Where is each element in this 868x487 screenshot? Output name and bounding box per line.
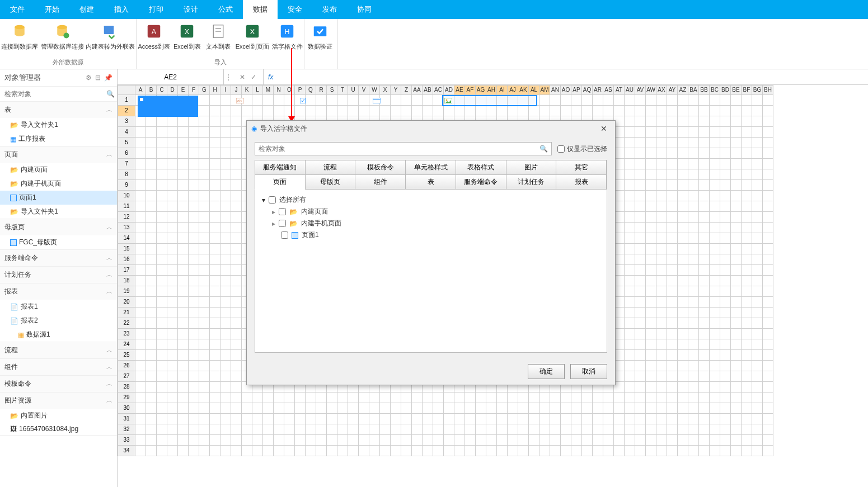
- cell[interactable]: [167, 223, 178, 233]
- cell[interactable]: [752, 350, 763, 361]
- cell[interactable]: [688, 393, 699, 403]
- cell[interactable]: [327, 424, 337, 435]
- cell[interactable]: [699, 424, 710, 435]
- cell[interactable]: [646, 435, 656, 446]
- cell[interactable]: [667, 339, 678, 350]
- cell[interactable]: [625, 116, 635, 127]
- cell[interactable]: [465, 403, 476, 414]
- cell[interactable]: [220, 212, 231, 223]
- cell[interactable]: [720, 382, 731, 393]
- cell[interactable]: [391, 403, 401, 414]
- cell[interactable]: [274, 403, 284, 414]
- cell[interactable]: [518, 393, 529, 403]
- cell[interactable]: [582, 95, 593, 106]
- cell[interactable]: [667, 233, 678, 244]
- cell[interactable]: [146, 159, 157, 169]
- cell[interactable]: [742, 265, 752, 276]
- cell[interactable]: [401, 106, 412, 116]
- cell[interactable]: [178, 148, 189, 159]
- cell[interactable]: [731, 127, 742, 138]
- cell[interactable]: [731, 393, 742, 403]
- cell[interactable]: [699, 116, 710, 127]
- cell[interactable]: [486, 435, 497, 446]
- cell[interactable]: [646, 201, 656, 212]
- cell[interactable]: [135, 138, 146, 148]
- cell[interactable]: [667, 106, 678, 116]
- cell[interactable]: [157, 159, 167, 169]
- cell[interactable]: [189, 371, 199, 382]
- cell[interactable]: [635, 233, 646, 244]
- cell[interactable]: [678, 233, 688, 244]
- cell[interactable]: [444, 446, 454, 456]
- cell[interactable]: [199, 308, 210, 318]
- row-header-13[interactable]: 13: [118, 223, 135, 233]
- tree-collapse-icon[interactable]: ▾: [262, 196, 265, 204]
- cell[interactable]: [731, 95, 742, 106]
- cell[interactable]: [167, 403, 178, 414]
- cell[interactable]: [210, 297, 220, 308]
- col-header-AC[interactable]: AC: [433, 85, 444, 95]
- col-header-AY[interactable]: AY: [667, 85, 678, 95]
- cell[interactable]: [614, 95, 625, 106]
- cell[interactable]: [210, 414, 220, 424]
- cell[interactable]: [220, 265, 231, 276]
- cell[interactable]: [210, 254, 220, 265]
- cell[interactable]: [710, 254, 720, 265]
- row-header-15[interactable]: 15: [118, 244, 135, 254]
- cell[interactable]: [146, 403, 157, 414]
- cell[interactable]: [688, 424, 699, 435]
- cell[interactable]: [763, 127, 773, 138]
- sidebar-search-input[interactable]: [2, 88, 106, 100]
- cell[interactable]: [146, 361, 157, 371]
- cell[interactable]: [242, 403, 252, 414]
- cell[interactable]: [306, 393, 316, 403]
- cell[interactable]: [678, 350, 688, 361]
- sidebar-item-import-folder[interactable]: 📂导入文件夹1: [0, 118, 117, 132]
- cell[interactable]: [327, 393, 337, 403]
- cell[interactable]: [508, 414, 518, 424]
- cell[interactable]: [401, 435, 412, 446]
- row-header-28[interactable]: 28: [118, 382, 135, 393]
- cell[interactable]: [582, 106, 593, 116]
- cell[interactable]: [625, 191, 635, 201]
- cell[interactable]: [625, 265, 635, 276]
- cell[interactable]: [571, 435, 582, 446]
- cell[interactable]: [178, 414, 189, 424]
- cell[interactable]: [731, 446, 742, 456]
- cell[interactable]: [529, 435, 539, 446]
- cell[interactable]: [752, 254, 763, 265]
- cell[interactable]: [465, 414, 476, 424]
- cell[interactable]: [731, 403, 742, 414]
- cell[interactable]: [582, 414, 593, 424]
- cell[interactable]: [688, 276, 699, 286]
- gear-icon[interactable]: ⚙: [86, 74, 92, 82]
- cell[interactable]: [444, 403, 454, 414]
- cell[interactable]: [699, 254, 710, 265]
- cell[interactable]: [263, 446, 274, 456]
- cell[interactable]: [486, 446, 497, 456]
- cell[interactable]: [667, 223, 678, 233]
- cell[interactable]: [699, 265, 710, 276]
- cell[interactable]: [678, 329, 688, 339]
- cell[interactable]: [688, 361, 699, 371]
- sidebar-item-datasource1[interactable]: ▦数据源1: [0, 328, 117, 342]
- cell[interactable]: [635, 159, 646, 169]
- cell[interactable]: [167, 308, 178, 318]
- cell[interactable]: [720, 127, 731, 138]
- cell[interactable]: [220, 106, 231, 116]
- cell[interactable]: [220, 127, 231, 138]
- cell[interactable]: [199, 276, 210, 286]
- cell[interactable]: [710, 382, 720, 393]
- cell[interactable]: [135, 148, 146, 159]
- cell[interactable]: [614, 393, 625, 403]
- cell[interactable]: [476, 393, 486, 403]
- cell[interactable]: [561, 446, 571, 456]
- cell[interactable]: [646, 191, 656, 201]
- cell[interactable]: [178, 329, 189, 339]
- cell[interactable]: [763, 318, 773, 329]
- cell[interactable]: [646, 382, 656, 393]
- cell[interactable]: [699, 308, 710, 318]
- cell[interactable]: [146, 244, 157, 254]
- cell[interactable]: [231, 138, 242, 148]
- cell[interactable]: [508, 393, 518, 403]
